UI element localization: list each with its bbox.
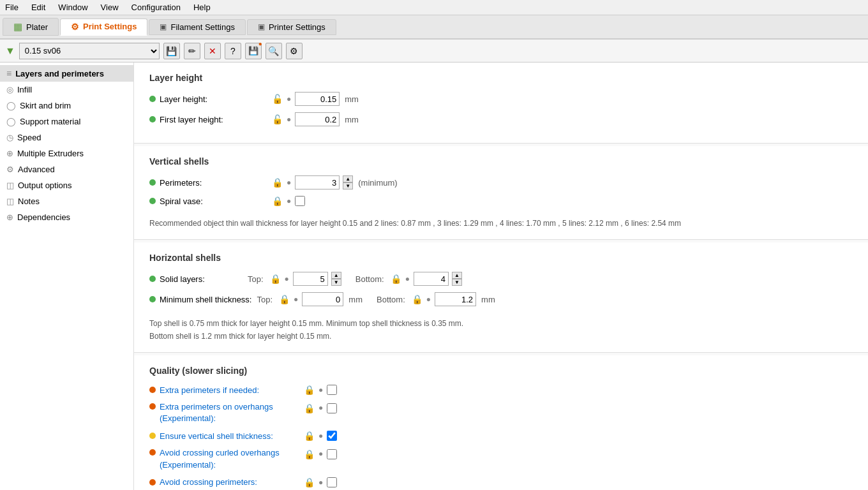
tabbar: ▦ Plater ⚙ Print Settings ▣ Filament Set… [0,15,868,40]
tab-plater-label: Plater [26,22,48,32]
min-bottom-input[interactable] [435,292,476,306]
solid-bottom-input[interactable] [414,272,449,286]
tab-printer-settings[interactable]: ▣ Printer Settings [247,19,336,35]
perimeters-row: Perimeters: 🔒 ● ▲ ▼ (minimum) [149,175,853,189]
tab-filament-settings[interactable]: ▣ Filament Settings [149,19,245,35]
support-icon: ◯ [6,117,16,126]
spiral-vase-checkbox[interactable] [295,196,305,206]
sidebar-item-skirt[interactable]: ◯ Skirt and brim [0,98,133,114]
avoid-perimeters-bullet: ● [318,478,323,487]
spiral-lock[interactable]: 🔒 [272,196,283,206]
min-bottom-bullet: ● [426,295,431,304]
menu-view[interactable]: View [98,1,121,13]
avoid-curled-lock[interactable]: 🔒 [304,449,315,459]
solid-top-input[interactable] [293,272,328,286]
layers-icon: ≡ [6,68,11,78]
sidebar-item-layers[interactable]: ≡ Layers and perimeters [0,65,133,82]
menu-window[interactable]: Window [56,1,90,13]
sidebar-item-support[interactable]: ◯ Support material [0,114,133,130]
layer-height-row: Layer height: 🔓 ● mm [149,92,853,106]
sidebar-infill-label: Infill [17,85,32,94]
solid-bottom-down[interactable]: ▼ [452,279,462,286]
perimeters-input[interactable] [295,175,340,189]
sidebar-item-advanced[interactable]: ⚙ Advanced [0,161,133,177]
solid-bottom-label: Bottom: [355,274,384,284]
layer-height-lock[interactable]: 🔓 [272,94,283,104]
avoid-curled-bullet: ● [318,449,323,458]
first-layer-lock[interactable]: 🔓 [272,114,283,124]
avoid-perimeters-checkbox[interactable] [327,477,337,487]
spiral-dot [149,198,156,204]
perimeters-up[interactable]: ▲ [343,175,353,182]
layer-height-bullet: ● [287,94,291,103]
ensure-vertical-lock[interactable]: 🔒 [304,431,315,441]
ensure-vertical-dot [149,433,156,439]
perimeters-spinner[interactable]: ▲ ▼ [343,175,353,189]
save-button[interactable]: 💾 [163,43,180,59]
extra-perimeters-checkbox[interactable] [327,385,337,395]
sidebar-multi-label: Multiple Extruders [17,149,84,158]
perimeters-unit: (minimum) [358,178,397,188]
solid-bottom-up[interactable]: ▲ [452,272,462,279]
vertical-shells-info: Recommended object thin wall thickness f… [149,212,853,229]
sidebar-item-multiple-extruders[interactable]: ⊕ Multiple Extruders [0,145,133,161]
avoid-perimeters-lock[interactable]: 🔒 [304,477,315,487]
sidebar-item-speed[interactable]: ◷ Speed [0,130,133,145]
perimeters-down[interactable]: ▼ [343,182,353,189]
export-button[interactable]: 💾● [245,43,262,59]
edit-button[interactable]: ✏ [184,43,200,59]
extra-perimeters-bullet: ● [318,385,323,394]
solid-top-up[interactable]: ▲ [331,272,341,279]
extra-overhangs-checkbox[interactable] [327,403,337,413]
avoid-curled-checkbox[interactable] [327,449,337,459]
menu-file[interactable]: File [3,1,21,13]
ensure-vertical-label: Ensure vertical shell thickness: [160,431,300,441]
horizontal-shells-title: Horizontal shells [149,253,853,263]
solid-top-spinner[interactable]: ▲ ▼ [331,272,341,286]
ensure-vertical-checkbox[interactable] [327,431,337,441]
spiral-vase-row: Spiral vase: 🔒 ● [149,196,853,206]
layer-height-input[interactable] [295,92,340,106]
sidebar-item-infill[interactable]: ◎ Infill [0,82,133,98]
solid-top-lock[interactable]: 🔒 [270,274,281,284]
tab-print-settings[interactable]: ⚙ Print Settings [60,19,148,36]
search-button[interactable]: 🔍 [266,43,282,59]
solid-bottom-spinner[interactable]: ▲ ▼ [452,272,462,286]
layer-height-label: Layer height: [160,94,268,104]
solid-top-down[interactable]: ▼ [331,279,341,286]
profile-select[interactable]: 0.15 sv06 [19,43,160,59]
sidebar-item-notes[interactable]: ◫ Notes [0,193,133,209]
plater-icon: ▦ [13,21,22,33]
vertical-shells-section: Vertical shells Perimeters: 🔒 ● ▲ ▼ (min… [134,146,868,240]
content-area: Layer height Layer height: 🔓 ● mm First … [134,63,868,490]
spiral-bullet: ● [287,197,291,205]
extra-overhangs-lock[interactable]: 🔒 [304,403,315,413]
tab-plater[interactable]: ▦ Plater [3,18,59,36]
layer-height-section: Layer height Layer height: 🔓 ● mm First … [134,63,868,144]
compare-button[interactable]: ⚙ [286,43,303,59]
avoid-perimeters-dot [149,479,156,486]
output-icon: ◫ [6,181,14,190]
menu-edit[interactable]: Edit [29,1,48,13]
extra-perimeters-lock[interactable]: 🔒 [304,385,315,395]
sidebar-item-output[interactable]: ◫ Output options [0,177,133,193]
min-bottom-lock[interactable]: 🔒 [412,294,423,304]
perimeters-lock[interactable]: 🔒 [272,177,283,188]
horizontal-shells-info2: Bottom shell is 1.2 mm thick for layer h… [149,329,853,342]
min-top-lock[interactable]: 🔒 [279,294,290,304]
extra-perimeters-dot [149,387,156,393]
solid-bottom-lock[interactable]: 🔒 [391,274,401,284]
skirt-icon: ◯ [6,101,16,110]
menu-configuration[interactable]: Configuration [129,1,183,13]
menubar: File Edit Window View Configuration Help [0,0,868,15]
help-button[interactable]: ? [225,43,241,59]
sidebar-item-dependencies[interactable]: ⊕ Dependencies [0,209,133,225]
extra-overhangs-label: Extra perimeters on overhangs (Experimen… [160,401,300,424]
first-layer-input[interactable] [295,112,340,126]
min-top-unit: mm [348,295,363,304]
tab-printer-label: Printer Settings [269,22,326,32]
min-top-input[interactable] [302,292,343,306]
menu-help[interactable]: Help [191,1,213,13]
delete-button[interactable]: ✕ [204,43,221,59]
min-shell-dot [149,296,156,302]
